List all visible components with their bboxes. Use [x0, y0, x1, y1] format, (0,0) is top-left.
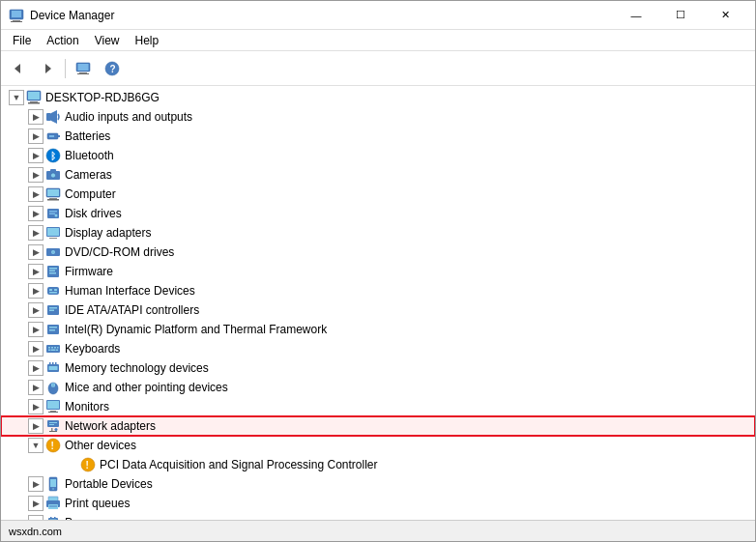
maximize-button[interactable]: ☐ [658, 1, 703, 30]
help-icon-btn[interactable]: ? [99, 55, 126, 82]
expand-bluetooth[interactable]: ▶ [28, 148, 44, 163]
list-item[interactable]: ▶ Computer [1, 185, 755, 204]
item-label: Disk drives [65, 207, 122, 220]
tree-root[interactable]: ▼ DESKTOP-RDJB6GG [1, 88, 755, 107]
expand-monitors[interactable]: ▶ [28, 399, 44, 414]
back-button[interactable] [5, 55, 32, 82]
list-item[interactable]: ▶ Display adapters [1, 223, 755, 242]
list-item[interactable]: ▶ Mice and other pointing devices [1, 378, 755, 397]
item-label: Other devices [65, 439, 136, 452]
item-label: Print queues [65, 497, 130, 510]
svg-rect-46 [49, 292, 57, 294]
expand-mice[interactable]: ▶ [28, 380, 44, 395]
svg-rect-53 [49, 329, 55, 331]
content-area: ▼ DESKTOP-RDJB6GG ▶ [1, 86, 755, 520]
list-item[interactable]: ▶ Audio inputs and outputs [1, 107, 755, 127]
expand-display[interactable]: ▶ [28, 225, 44, 241]
svg-rect-65 [55, 362, 57, 365]
svg-rect-72 [50, 411, 56, 412]
svg-rect-32 [49, 214, 55, 215]
svg-rect-52 [49, 327, 57, 328]
dvd-icon [45, 244, 61, 260]
mouse-icon [45, 380, 61, 395]
menu-view[interactable]: View [87, 32, 128, 49]
item-label: Audio inputs and outputs [65, 110, 192, 124]
memory-icon [45, 360, 61, 376]
window-icon [9, 8, 24, 23]
svg-rect-44 [47, 287, 59, 295]
svg-rect-66 [49, 366, 58, 370]
svg-rect-36 [49, 238, 57, 239]
expand-firmware[interactable]: ▶ [28, 264, 44, 279]
list-item[interactable]: ▶ ᛒ Bluetooth [1, 146, 755, 165]
computer-icon-btn[interactable] [70, 55, 97, 82]
expand-memory[interactable]: ▶ [28, 360, 44, 376]
expand-intel[interactable]: ▶ [28, 322, 44, 337]
display-icon [45, 225, 61, 241]
svg-marker-17 [51, 110, 57, 124]
list-item[interactable]: ▶ DVD/CD-ROM drives [1, 242, 755, 262]
expand-dvd[interactable]: ▶ [28, 244, 44, 260]
svg-rect-27 [47, 189, 59, 196]
minimize-button[interactable]: — [614, 1, 658, 30]
forward-button[interactable] [34, 55, 61, 82]
svg-point-33 [55, 214, 58, 217]
expand-hid[interactable]: ▶ [28, 283, 44, 299]
expand-batteries[interactable]: ▶ [28, 128, 44, 144]
svg-rect-50 [49, 310, 54, 312]
svg-rect-63 [49, 362, 51, 365]
svg-rect-98 [50, 517, 52, 519]
svg-rect-57 [54, 347, 56, 349]
list-item[interactable]: ▶ Portable Devices [1, 474, 755, 494]
print-icon [45, 496, 61, 511]
list-item[interactable]: ▶ Human Interface Devices [1, 281, 755, 300]
list-item[interactable]: ▶ Firmware [1, 262, 755, 281]
expand-other[interactable]: ▼ [28, 438, 44, 453]
menu-bar: File Action View Help [1, 30, 755, 51]
item-label: Memory technology devices [65, 361, 209, 375]
expand-disk[interactable]: ▶ [28, 206, 44, 221]
svg-rect-3 [11, 21, 22, 22]
list-item[interactable]: ▶ Cameras [1, 165, 755, 185]
expand-computer[interactable]: ▶ [28, 186, 44, 202]
tree-view[interactable]: ▼ DESKTOP-RDJB6GG ▶ [1, 86, 755, 520]
network-adapters-item[interactable]: ▶ Network adapters [1, 416, 755, 436]
list-item[interactable]: ▶ Memory technology devices [1, 358, 755, 378]
batteries-icon [45, 128, 61, 144]
svg-rect-76 [49, 424, 54, 425]
toolbar-separator-1 [65, 59, 66, 78]
pci-icon: ! [80, 457, 96, 472]
list-item[interactable]: ▶ Processors [1, 513, 755, 520]
svg-text:ᛒ: ᛒ [50, 151, 56, 161]
firmware-icon [45, 264, 61, 279]
network-icon [45, 418, 61, 434]
expand-portable[interactable]: ▶ [28, 476, 44, 492]
expand-cameras[interactable]: ▶ [28, 167, 44, 183]
expand-keyboards[interactable]: ▶ [28, 341, 44, 357]
svg-text:!: ! [51, 441, 54, 451]
list-item[interactable]: ▶ IDE ATA/ATAPI controllers [1, 300, 755, 320]
svg-rect-29 [47, 199, 59, 201]
computer-icon [26, 90, 42, 105]
expand-ide[interactable]: ▶ [28, 302, 44, 318]
disk-icon [45, 206, 61, 221]
list-item[interactable]: ! PCI Data Acquisition and Signal Proces… [1, 455, 755, 474]
root-expand[interactable]: ▼ [9, 90, 24, 105]
list-item[interactable]: ▶ Batteries [1, 127, 755, 146]
list-item[interactable]: ▶ Keyboards [1, 339, 755, 358]
list-item[interactable]: ▶ Intel(R) Dynamic Platform and Thermal … [1, 320, 755, 339]
close-button[interactable]: ✕ [703, 1, 747, 30]
list-item[interactable]: ▶ Print queues [1, 494, 755, 513]
svg-point-79 [55, 428, 58, 431]
list-item[interactable]: ▶ Disk drives [1, 204, 755, 223]
menu-file[interactable]: File [5, 32, 39, 49]
list-item[interactable]: ▶ Monitors [1, 397, 755, 416]
svg-text:?: ? [110, 64, 116, 74]
expand-network[interactable]: ▶ [28, 418, 44, 434]
menu-action[interactable]: Action [39, 32, 86, 49]
menu-help[interactable]: Help [128, 32, 167, 49]
expand-audio[interactable]: ▶ [28, 109, 44, 125]
expand-print[interactable]: ▶ [28, 496, 44, 511]
list-item[interactable]: ▼ ! Other devices [1, 436, 755, 455]
item-label: Monitors [65, 400, 109, 414]
